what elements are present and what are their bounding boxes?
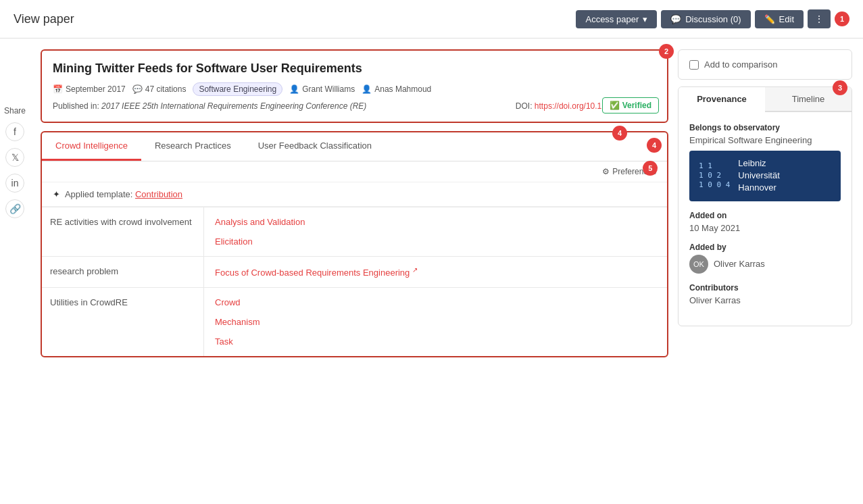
paper-published: Published in: 2017 IEEE 25th Internation… (53, 101, 656, 111)
observatory-logo: 1 1 1 0 2 1 0 0 4 (699, 161, 730, 191)
added-by-value: Oliver Karras (714, 259, 765, 269)
page-title: View paper (14, 12, 74, 26)
observatory-card: 1 1 1 0 2 1 0 0 4 LeibnizUniversitätHann… (689, 151, 841, 201)
contributors-section: Contributors Oliver Karras (689, 283, 841, 305)
observatory-name: LeibnizUniversitätHannover (738, 157, 779, 195)
data-link-mechanism[interactable]: Mechanism (215, 314, 656, 330)
edit-label: Edit (779, 14, 794, 24)
comparison-box: Add to comparison (678, 49, 852, 80)
linkedin-icon[interactable]: in (5, 174, 24, 193)
data-row-values-2: Crowd Mechanism Task (204, 288, 667, 356)
paper-title: Mining Twitter Feeds for Software User R… (53, 61, 656, 76)
verified-check-icon: ✅ (610, 101, 620, 110)
added-on-section: Added on 10 May 2021 (689, 211, 841, 233)
paper-citations: 💬 47 citations (132, 84, 187, 94)
badge-2: 2 (659, 44, 674, 59)
applied-template-row: ✦ Applied template: Contribution (42, 182, 667, 207)
discussion-icon: 💬 (670, 14, 681, 24)
badge-4-inline: 4 (647, 138, 662, 153)
added-on-label: Added on (689, 211, 841, 220)
data-link-focus[interactable]: Focus of Crowd-based Requirements Engine… (215, 263, 656, 280)
paper-field: Software Engineering (193, 82, 282, 96)
template-icon: ✦ (53, 189, 60, 199)
data-row-1: research problem Focus of Crowd-based Re… (42, 256, 667, 287)
edit-button[interactable]: ✏️ Edit (755, 10, 804, 28)
tab-research-practices[interactable]: Research Practices (141, 132, 245, 161)
access-paper-dropdown-icon: ▾ (643, 14, 647, 24)
belongs-to-section: Belongs to observatory Empirical Softwar… (689, 123, 841, 201)
data-link-analysis[interactable]: Analysis and Validation (215, 214, 656, 230)
contributors-label: Contributors (689, 283, 841, 293)
provenance-panel: 3 Provenance Timeline Belongs to observa… (678, 86, 852, 326)
tabs-section: 4 Crowd Intelligence Research Practices … (41, 131, 668, 357)
template-link[interactable]: Contribution (135, 189, 182, 199)
tab-crowd-intelligence[interactable]: Crowd Intelligence (42, 132, 141, 161)
data-row-values-0: Analysis and Validation Elicitation (204, 207, 667, 256)
belongs-to-value: Empirical Software Engineering (689, 135, 841, 145)
access-paper-button[interactable]: Access paper ▾ (576, 10, 657, 28)
paper-meta: 📅 September 2017 💬 47 citations Software… (53, 82, 656, 96)
paper-date: 📅 September 2017 (53, 84, 126, 94)
added-by-row: OK Oliver Karras (689, 255, 841, 274)
tab-user-feedback[interactable]: User Feedback Classification (245, 132, 385, 161)
paper-author-2: 👤 Anas Mahmoud (362, 84, 431, 94)
more-options-button[interactable]: ⋮ (808, 9, 831, 28)
author-icon-2: 👤 (362, 84, 372, 94)
paper-author-1: 👤 Grant Williams (289, 84, 355, 94)
added-on-value: 10 May 2021 (689, 223, 841, 233)
data-link-elicitation[interactable]: Elicitation (215, 234, 656, 249)
edit-icon: ✏️ (764, 14, 775, 24)
comparison-checkbox[interactable] (689, 60, 699, 70)
data-row-0: RE activities with crowd involvement Ana… (42, 207, 667, 256)
contributors-value: Oliver Karras (689, 295, 841, 305)
data-row-label-1: research problem (42, 257, 204, 287)
facebook-icon[interactable]: f (5, 122, 24, 141)
header-actions: Access paper ▾ 💬 Discussion (0) ✏️ Edit … (576, 9, 849, 28)
twitter-icon[interactable]: 𝕏 (5, 148, 24, 167)
external-link-icon: ↗ (412, 266, 418, 274)
added-by-section: Added by OK Oliver Karras (689, 243, 841, 274)
data-link-task[interactable]: Task (215, 334, 656, 349)
data-row-2: Utilities in CrowdRE Crowd Mechanism Tas… (42, 287, 667, 356)
prov-tab-provenance[interactable]: Provenance (679, 87, 765, 112)
paper-card: 2 Mining Twitter Feeds for Software User… (41, 49, 668, 123)
avatar: OK (689, 255, 708, 274)
data-row-label-2: Utilities in CrowdRE (42, 288, 204, 356)
comparison-label: Add to comparison (704, 59, 777, 70)
citations-icon: 💬 (132, 84, 143, 94)
verified-badge: ✅ Verified (602, 97, 659, 114)
access-paper-label: Access paper (585, 14, 639, 24)
link-icon[interactable]: 🔗 (5, 199, 24, 218)
tabs-header: Crowd Intelligence Research Practices Us… (42, 132, 667, 161)
preferences-icon: ⚙ (602, 167, 610, 176)
data-row-label-0: RE activities with crowd involvement (42, 207, 204, 256)
data-row-values-1: Focus of Crowd-based Requirements Engine… (204, 257, 667, 287)
prov-content: Belongs to observatory Empirical Softwar… (679, 112, 852, 326)
share-label: Share (4, 106, 26, 116)
preferences-button[interactable]: ⚙ Preferences 5 (602, 167, 656, 176)
data-link-crowd[interactable]: Crowd (215, 295, 656, 310)
added-by-label: Added by (689, 243, 841, 252)
preferences-bar: ⚙ Preferences 5 (42, 161, 667, 182)
author-icon-1: 👤 (289, 84, 299, 94)
badge-1: 1 (835, 11, 849, 26)
belongs-to-label: Belongs to observatory (689, 123, 841, 132)
prov-tabs: Provenance Timeline (679, 87, 852, 112)
share-sidebar: Share f 𝕏 in 🔗 (0, 39, 30, 504)
discussion-label: Discussion (0) (685, 14, 741, 24)
calendar-icon: 📅 (53, 84, 63, 94)
discussion-button[interactable]: 💬 Discussion (0) (661, 10, 750, 28)
